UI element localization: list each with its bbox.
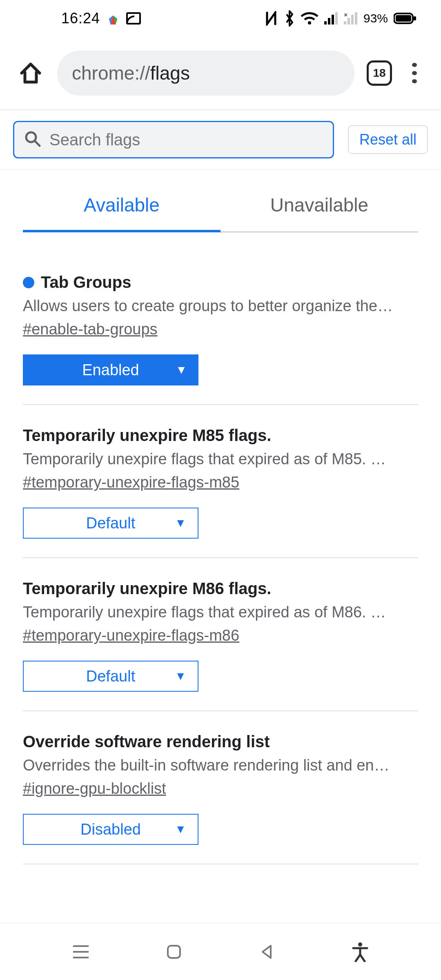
svg-line-23: [356, 955, 360, 961]
flags-list: Tab Groups Allows users to create groups…: [0, 273, 441, 864]
tab-switcher-button[interactable]: 18: [367, 60, 392, 86]
back-nav-button[interactable]: [255, 940, 279, 964]
flag-anchor-link[interactable]: #temporary-unexpire-flags-m85: [23, 474, 239, 491]
flag-item: Temporarily unexpire M85 flags. Temporar…: [23, 426, 418, 558]
svg-rect-8: [347, 18, 350, 24]
svg-rect-2: [324, 21, 327, 24]
svg-rect-10: [355, 12, 357, 24]
flag-item: Temporarily unexpire M86 flags. Temporar…: [23, 579, 418, 711]
flag-description: Temporarily unexpire flags that expired …: [23, 450, 418, 468]
battery-icon: [394, 12, 416, 24]
svg-text:×: ×: [344, 12, 347, 18]
svg-rect-3: [328, 18, 330, 24]
flag-description: Overrides the built-in software renderin…: [23, 757, 418, 774]
flag-dropdown-value: Disabled: [80, 821, 141, 838]
chevron-down-icon: ▼: [175, 517, 186, 530]
flag-description: Temporarily unexpire flags that expired …: [23, 604, 418, 621]
flag-anchor-link[interactable]: #enable-tab-groups: [23, 321, 158, 338]
home-button[interactable]: [16, 59, 45, 87]
tab-unavailable-label: Unavailable: [270, 194, 368, 216]
nfc-icon: [264, 11, 278, 26]
tab-available-label: Available: [84, 194, 160, 216]
search-flags-input[interactable]: [49, 131, 323, 149]
svg-rect-13: [414, 16, 416, 20]
system-nav-bar: [0, 923, 441, 980]
svg-line-24: [360, 955, 365, 961]
svg-rect-4: [332, 15, 334, 24]
status-bar: 16:24 × 93%: [0, 0, 441, 37]
tab-available[interactable]: Available: [23, 194, 220, 232]
home-nav-button[interactable]: [162, 940, 186, 964]
flag-title: Temporarily unexpire M85 flags.: [23, 426, 271, 445]
wifi-icon: [301, 11, 318, 25]
recents-button[interactable]: [69, 940, 93, 964]
svg-rect-5: [335, 12, 338, 24]
cast-icon: [126, 12, 141, 24]
flag-item: Tab Groups Allows users to create groups…: [23, 273, 418, 405]
flag-description: Allows users to create groups to better …: [23, 297, 418, 315]
reset-all-button[interactable]: Reset all: [348, 125, 428, 154]
flag-dropdown-value: Default: [86, 514, 135, 532]
bluetooth-icon: [284, 10, 295, 27]
flag-dropdown[interactable]: Default ▼: [23, 508, 198, 539]
clock: 16:24: [61, 10, 100, 27]
accessibility-button[interactable]: [348, 940, 372, 964]
chevron-down-icon: ▼: [175, 670, 186, 683]
tabs: Available Unavailable: [23, 194, 418, 232]
reset-all-label: Reset all: [359, 131, 416, 148]
flag-title: Temporarily unexpire M86 flags.: [23, 579, 271, 598]
search-row: Reset all: [0, 110, 441, 169]
battery-percent: 93%: [363, 11, 388, 25]
chevron-down-icon: ▼: [175, 823, 186, 836]
svg-rect-19: [168, 946, 180, 958]
svg-point-1: [308, 21, 311, 24]
svg-line-15: [35, 141, 40, 146]
flag-dropdown-value: Enabled: [82, 361, 139, 379]
flag-dropdown[interactable]: Default ▼: [23, 661, 198, 692]
signal-2-icon: ×: [344, 12, 358, 24]
url-suffix: flags: [150, 62, 190, 84]
url-prefix: chrome://: [72, 62, 150, 84]
flag-anchor-link[interactable]: #ignore-gpu-blocklist: [23, 780, 166, 797]
flag-title: Override software rendering list: [23, 733, 270, 751]
svg-rect-9: [351, 15, 354, 24]
svg-rect-7: [344, 21, 346, 24]
app-indicator-icon: [107, 13, 119, 24]
flag-title: Tab Groups: [41, 273, 131, 292]
tab-unavailable[interactable]: Unavailable: [220, 194, 418, 232]
chevron-down-icon: ▼: [176, 363, 187, 376]
modified-dot-icon: [23, 277, 34, 288]
flag-dropdown[interactable]: Disabled ▼: [23, 814, 198, 845]
flag-dropdown[interactable]: Enabled ▼: [23, 354, 198, 385]
tab-count: 18: [373, 67, 385, 80]
search-flags-box[interactable]: [13, 121, 334, 158]
overflow-menu-button[interactable]: [404, 63, 425, 83]
signal-1-icon: [324, 12, 338, 24]
svg-rect-12: [396, 15, 411, 22]
search-icon: [24, 130, 41, 149]
flag-anchor-link[interactable]: #temporary-unexpire-flags-m86: [23, 627, 239, 644]
browser-toolbar: chrome://flags 18: [0, 37, 441, 110]
flag-item: Override software rendering list Overrid…: [23, 733, 418, 864]
svg-point-20: [358, 942, 362, 947]
flag-dropdown-value: Default: [86, 668, 135, 685]
url-bar[interactable]: chrome://flags: [57, 51, 354, 96]
